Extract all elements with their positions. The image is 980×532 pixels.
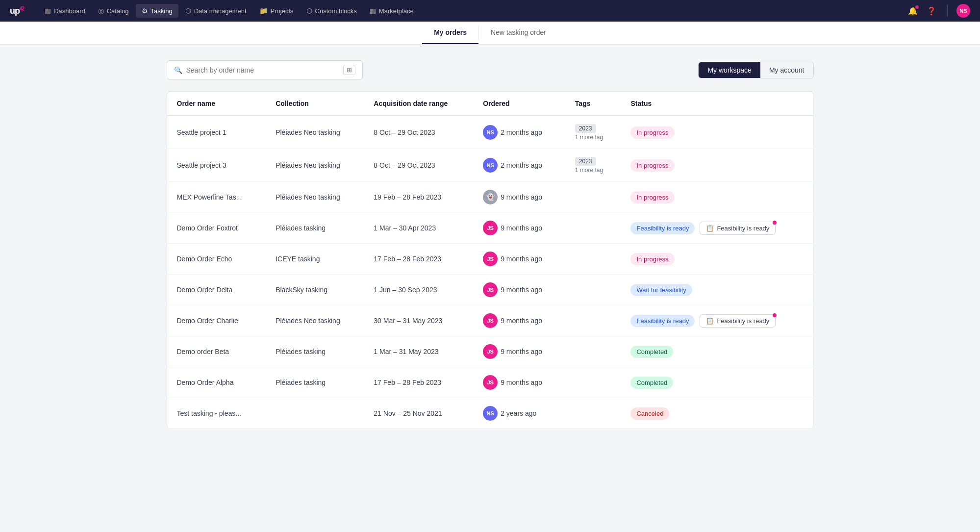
cell-ordered: JS9 months ago (473, 244, 565, 275)
sub-navigation: My orders New tasking order (0, 22, 980, 45)
status-badge: In progress (630, 253, 674, 265)
nav-data-management[interactable]: ⬡ Data management (179, 4, 252, 18)
table-header: Order name Collection Acquisition date r… (167, 92, 813, 116)
cell-status: Feasibility is ready📋Feasibility is read… (621, 305, 813, 336)
avatar: NS (483, 158, 498, 173)
marketplace-icon: ▦ (370, 7, 376, 15)
ordered-ago: 2 months ago (501, 161, 542, 169)
table-row[interactable]: Seattle project 1Pléiades Neo tasking8 O… (167, 116, 813, 149)
ordered-ago: 2 years ago (501, 409, 536, 417)
cell-status: In progress (621, 116, 813, 149)
cell-status: Feasibility is ready📋Feasibility is read… (621, 213, 813, 244)
status-badge: In progress (630, 127, 674, 139)
nav-right: 🔔 ❓ NS (906, 4, 970, 18)
tasking-icon: ⚙ (142, 7, 148, 15)
table-row[interactable]: Demo Order DeltaBlackSky tasking1 Jun – … (167, 275, 813, 305)
subnav-my-orders[interactable]: My orders (422, 22, 478, 44)
nav-custom-blocks-label: Custom blocks (315, 7, 357, 15)
search-input[interactable] (186, 66, 339, 74)
help-icon[interactable]: ❓ (925, 4, 938, 18)
cell-tags (565, 182, 621, 213)
table-row[interactable]: Demo Order CharliePléiades Neo tasking30… (167, 305, 813, 336)
table-row[interactable]: Test tasking - pleas...21 Nov – 25 Nov 2… (167, 398, 813, 429)
search-bar[interactable]: 🔍 ⊞ (167, 60, 363, 79)
nav-marketplace-label: Marketplace (379, 7, 414, 15)
cell-order-name: Demo Order Foxtrot (167, 213, 266, 244)
notification-bell[interactable]: 🔔 (906, 4, 920, 18)
cell-status: Completed (621, 336, 813, 367)
nav-divider (947, 5, 948, 17)
col-order-name: Order name (167, 92, 266, 116)
feasibility-action-button[interactable]: 📋Feasibility is ready (700, 222, 776, 235)
nav-catalog[interactable]: ◎ Catalog (92, 4, 135, 18)
feasibility-action-label: Feasibility is ready (717, 317, 769, 325)
nav-marketplace[interactable]: ▦ Marketplace (364, 4, 420, 18)
avatar: 👻 (483, 190, 498, 204)
cell-date-range: 17 Feb – 28 Feb 2023 (364, 244, 473, 275)
action-dot (773, 313, 777, 317)
table-row[interactable]: Demo order BetaPléiades tasking1 Mar – 3… (167, 336, 813, 367)
feasibility-action-button[interactable]: 📋Feasibility is ready (700, 314, 776, 328)
cell-ordered: JS9 months ago (473, 305, 565, 336)
status-badge: Canceled (630, 407, 669, 420)
cell-tags (565, 213, 621, 244)
cell-ordered: JS9 months ago (473, 367, 565, 398)
cell-tags (565, 367, 621, 398)
cell-order-name: Demo Order Charlie (167, 305, 266, 336)
nav-dashboard[interactable]: ▦ Dashboard (39, 4, 91, 18)
avatar: NS (483, 125, 498, 140)
data-management-icon: ⬡ (185, 7, 191, 15)
table-row[interactable]: Demo Order EchoICEYE tasking17 Feb – 28 … (167, 244, 813, 275)
ordered-ago: 2 months ago (501, 128, 542, 136)
cell-order-name: Demo Order Alpha (167, 367, 266, 398)
table-row[interactable]: Demo Order AlphaPléiades tasking17 Feb –… (167, 367, 813, 398)
cell-collection (266, 398, 364, 429)
top-navigation: up42 ▦ Dashboard ◎ Catalog ⚙ Tasking ⬡ D… (0, 0, 980, 22)
cell-collection: Pléiades Neo tasking (266, 116, 364, 149)
cell-collection: Pléiades Neo tasking (266, 305, 364, 336)
nav-custom-blocks[interactable]: ⬡ Custom blocks (301, 4, 363, 18)
logo[interactable]: up42 (10, 6, 24, 16)
cell-ordered: JS9 months ago (473, 213, 565, 244)
cell-collection: Pléiades tasking (266, 213, 364, 244)
my-workspace-button[interactable]: My workspace (699, 62, 760, 78)
status-badge: In progress (630, 159, 674, 172)
cell-date-range: 8 Oct – 29 Oct 2023 (364, 149, 473, 182)
cell-ordered: NS2 months ago (473, 149, 565, 182)
ordered-ago: 9 months ago (501, 379, 542, 386)
tag-more[interactable]: 1 more tag (575, 134, 611, 141)
cell-tags (565, 275, 621, 305)
cell-collection: Pléiades tasking (266, 336, 364, 367)
nav-dashboard-label: Dashboard (54, 7, 85, 15)
logo-sup: 42 (20, 6, 24, 11)
filter-button[interactable]: ⊞ (343, 65, 355, 75)
cell-date-range: 21 Nov – 25 Nov 2021 (364, 398, 473, 429)
my-account-button[interactable]: My account (760, 62, 813, 78)
cell-tags: 20231 more tag (565, 116, 621, 149)
col-tags: Tags (565, 92, 621, 116)
subnav-new-tasking-order[interactable]: New tasking order (479, 22, 558, 44)
ordered-ago: 9 months ago (501, 286, 542, 294)
cell-status: Completed (621, 367, 813, 398)
nav-tasking[interactable]: ⚙ Tasking (136, 4, 178, 18)
cell-date-range: 8 Oct – 29 Oct 2023 (364, 116, 473, 149)
table-row[interactable]: MEX Powerline Tas...Pléiades Neo tasking… (167, 182, 813, 213)
ordered-ago: 9 months ago (501, 317, 542, 325)
feasibility-action-icon: 📋 (706, 317, 714, 325)
projects-icon: 📁 (259, 7, 268, 15)
col-status: Status (621, 92, 813, 116)
nav-projects[interactable]: 📁 Projects (253, 4, 300, 18)
cell-status: In progress (621, 244, 813, 275)
catalog-icon: ◎ (98, 7, 104, 15)
avatar: JS (483, 375, 498, 390)
nav-catalog-label: Catalog (107, 7, 129, 15)
user-avatar-nav[interactable]: NS (956, 4, 970, 18)
workspace-toggle: My workspace My account (698, 62, 813, 78)
table-row[interactable]: Demo Order FoxtrotPléiades tasking1 Mar … (167, 213, 813, 244)
tag-more[interactable]: 1 more tag (575, 167, 611, 174)
table-row[interactable]: Seattle project 3Pléiades Neo tasking8 O… (167, 149, 813, 182)
avatar: NS (483, 406, 498, 421)
table-body: Seattle project 1Pléiades Neo tasking8 O… (167, 116, 813, 429)
feasibility-action-icon: 📋 (706, 225, 714, 232)
avatar: JS (483, 221, 498, 235)
